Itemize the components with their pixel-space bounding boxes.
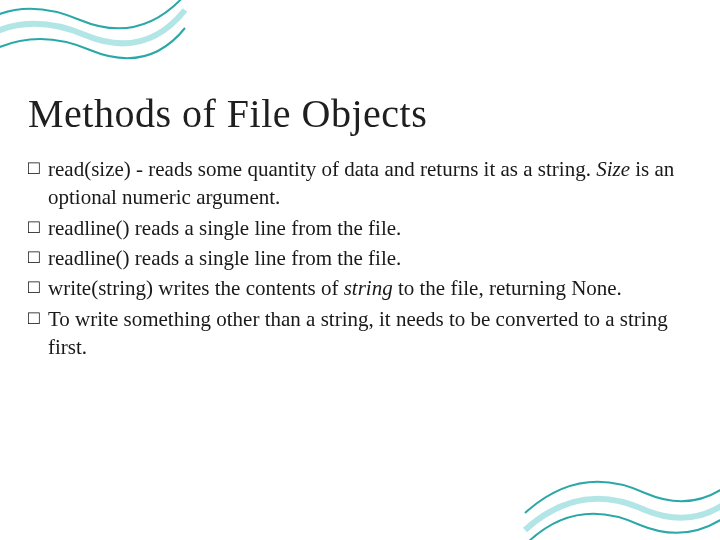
bullet-glyph: □ [28, 155, 48, 212]
text-run: to the file, returning None. [393, 276, 622, 300]
slide: Methods of File Objects □ read(size) - r… [0, 0, 720, 540]
slide-title: Methods of File Objects [28, 90, 692, 137]
text-run-italic: Size [596, 157, 630, 181]
list-item-text: readline() reads a single line from the … [48, 214, 692, 242]
list-item: □ readline() reads a single line from th… [28, 244, 692, 272]
bullet-glyph: □ [28, 244, 48, 272]
list-item: □ write(string) writes the contents of s… [28, 274, 692, 302]
text-run: write(string) writes the contents of [48, 276, 344, 300]
bullet-glyph: □ [28, 214, 48, 242]
list-item: □ read(size) - reads some quantity of da… [28, 155, 692, 212]
list-item-text: write(string) writes the contents of str… [48, 274, 692, 302]
list-item-text: readline() reads a single line from the … [48, 244, 692, 272]
content-area: Methods of File Objects □ read(size) - r… [28, 90, 692, 363]
bullet-list: □ read(size) - reads some quantity of da… [28, 155, 692, 361]
decor-bottom-right [520, 435, 720, 540]
bullet-glyph: □ [28, 305, 48, 362]
list-item: □ To write something other than a string… [28, 305, 692, 362]
bullet-glyph: □ [28, 274, 48, 302]
text-run: read(size) - reads some quantity of data… [48, 157, 596, 181]
decor-top-left [0, 0, 190, 100]
list-item-text: To write something other than a string, … [48, 305, 692, 362]
text-run-italic: string [344, 276, 393, 300]
list-item: □ readline() reads a single line from th… [28, 214, 692, 242]
list-item-text: read(size) - reads some quantity of data… [48, 155, 692, 212]
